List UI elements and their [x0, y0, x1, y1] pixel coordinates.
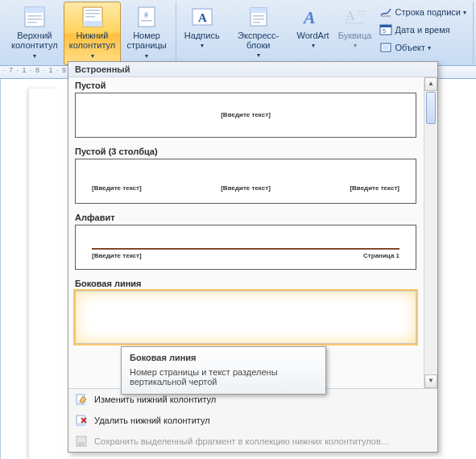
- footer-button-label1: Нижний: [77, 31, 109, 40]
- gallery-item-preview: [Введите текст] [Введите текст] [Введите…: [75, 159, 416, 204]
- chevron-down-icon: ▾: [463, 9, 466, 16]
- save-to-gallery-label: Сохранить выделенный фрагмент в коллекци…: [94, 436, 390, 446]
- svg-rect-34: [77, 423, 85, 425]
- placeholder-text: [Введите текст]: [350, 184, 399, 192]
- textbox-label: Надпись: [184, 31, 220, 40]
- gallery-item[interactable]: Пустой (3 столбца) [Введите текст] [Введ…: [68, 143, 423, 209]
- chevron-down-icon: ▾: [428, 44, 431, 52]
- svg-text:A: A: [346, 9, 355, 23]
- ribbon-small-column: Строка подписи ▾ 5 Дата и время Объект ▾: [376, 2, 470, 65]
- dropcap-icon: A: [342, 4, 368, 30]
- quick-parts-icon: [246, 4, 271, 30]
- page-number-label1: Номер: [133, 31, 160, 40]
- scroll-down-button[interactable]: ▼: [424, 374, 437, 388]
- object-icon: [379, 41, 392, 54]
- svg-rect-2: [27, 15, 42, 17]
- chevron-down-icon: ▾: [257, 51, 260, 60]
- separator-line: [92, 248, 399, 250]
- svg-rect-6: [83, 21, 102, 27]
- svg-rect-18: [253, 19, 264, 20]
- svg-text:#: #: [144, 10, 148, 19]
- gallery-item-name: Алфавит: [75, 213, 416, 222]
- ribbon-group-text: A Надпись▾ Экспресс-блоки▾ A WordArt▾ A …: [176, 2, 474, 65]
- date-time-button[interactable]: 5 Дата и время: [379, 21, 466, 39]
- signature-line-label: Строка подписи: [395, 7, 461, 17]
- gallery-item-name: Пустой (3 столбца): [75, 147, 416, 156]
- wordart-label: WordArt: [296, 31, 329, 40]
- svg-rect-22: [357, 10, 365, 12]
- svg-rect-30: [383, 45, 389, 50]
- save-to-gallery-button: Сохранить выделенный фрагмент в коллекци…: [68, 431, 437, 452]
- ribbon: Верхний колонтитул ▾ Нижний колонтитул ▾…: [0, 0, 476, 66]
- svg-rect-12: [141, 20, 152, 22]
- gallery-item-name: Боковая линия: [75, 279, 416, 288]
- gallery-item-hovered[interactable]: Боковая линия: [68, 275, 423, 349]
- svg-rect-8: [85, 13, 100, 14]
- page-label: Страница 1: [363, 252, 399, 259]
- svg-rect-17: [253, 15, 264, 17]
- gallery-scroll-area: Пустой [Введите текст] Пустой (3 столбца…: [68, 77, 437, 388]
- ribbon-group-header-footer: Верхний колонтитул ▾ Нижний колонтитул ▾…: [2, 2, 176, 65]
- placeholder-text: [Введите текст]: [92, 252, 142, 259]
- gallery-item[interactable]: Пустой [Введите текст]: [68, 77, 423, 143]
- svg-rect-38: [78, 442, 85, 445]
- object-button[interactable]: Объект ▾: [379, 39, 466, 56]
- svg-text:A: A: [198, 11, 207, 24]
- edit-icon: [75, 393, 88, 406]
- gallery-item-preview: [75, 291, 416, 344]
- svg-rect-19: [253, 22, 260, 23]
- svg-rect-4: [27, 22, 37, 23]
- wordart-icon: A: [300, 4, 326, 30]
- chevron-down-icon: ▾: [312, 41, 315, 51]
- scroll-thumb[interactable]: [426, 92, 436, 124]
- header-button-label1: Верхний: [17, 31, 52, 40]
- signature-line-button[interactable]: Строка подписи ▾: [379, 3, 466, 21]
- svg-rect-7: [85, 10, 100, 11]
- footer-button[interactable]: Нижний колонтитул ▾: [64, 2, 122, 65]
- svg-rect-24: [346, 23, 365, 24]
- chevron-down-icon: ▾: [33, 52, 36, 60]
- scrollbar[interactable]: ▲ ▼: [424, 77, 437, 388]
- remove-footer-button[interactable]: Удалить нижний колонтитул: [68, 410, 437, 431]
- remove-icon: [75, 414, 88, 427]
- svg-rect-9: [85, 16, 95, 18]
- svg-rect-1: [25, 7, 44, 13]
- svg-text:5: 5: [383, 28, 386, 34]
- tooltip-body: Номер страницы и текст разделены вертика…: [130, 367, 317, 387]
- page-number-label2: страницы: [126, 40, 166, 50]
- footer-icon: [80, 4, 106, 30]
- date-time-label: Дата и время: [395, 25, 450, 35]
- date-time-icon: 5: [379, 23, 392, 36]
- dropcap-button[interactable]: A Буквица▾: [334, 2, 376, 65]
- footer-button-label2: колонтитул: [69, 40, 116, 50]
- chevron-down-icon: ▾: [201, 41, 204, 51]
- placeholder-text: [Введите текст]: [221, 184, 271, 192]
- page-edge: [29, 89, 57, 459]
- edit-footer-label: Изменить нижний колонтитул: [94, 395, 216, 404]
- gallery-item-name: Пустой: [75, 81, 416, 90]
- svg-text:A: A: [302, 7, 316, 27]
- header-icon: [22, 4, 48, 30]
- header-button[interactable]: Верхний колонтитул ▾: [6, 2, 64, 65]
- placeholder-text: [Введите текст]: [221, 110, 271, 118]
- scroll-up-button[interactable]: ▲: [424, 77, 437, 91]
- wordart-button[interactable]: A WordArt▾: [292, 2, 334, 65]
- save-icon: [75, 435, 88, 448]
- remove-footer-label: Удалить нижний колонтитул: [94, 416, 210, 425]
- chevron-down-icon: ▾: [354, 41, 357, 51]
- header-button-label2: колонтитул: [11, 40, 58, 50]
- chevron-down-icon: ▾: [91, 52, 94, 60]
- page-number-icon: #: [134, 4, 159, 30]
- quick-parts-label: Экспресс-блоки: [228, 31, 289, 50]
- quick-parts-button[interactable]: Экспресс-блоки▾: [225, 2, 292, 65]
- svg-rect-16: [250, 8, 267, 13]
- textbox-button[interactable]: A Надпись▾: [180, 2, 225, 65]
- svg-rect-3: [27, 19, 42, 20]
- gallery-item-preview: [Введите текст] Страница 1: [75, 225, 416, 270]
- tooltip: Боковая линия Номер страницы и текст раз…: [121, 346, 326, 395]
- gallery-footer: Изменить нижний колонтитул Удалить нижни…: [68, 388, 437, 452]
- page-number-button[interactable]: # Номер страницы ▾: [121, 2, 172, 65]
- svg-rect-27: [380, 25, 391, 27]
- gallery-item[interactable]: Алфавит [Введите текст] Страница 1: [68, 209, 423, 275]
- gallery-section-header: Встроенный: [68, 62, 437, 77]
